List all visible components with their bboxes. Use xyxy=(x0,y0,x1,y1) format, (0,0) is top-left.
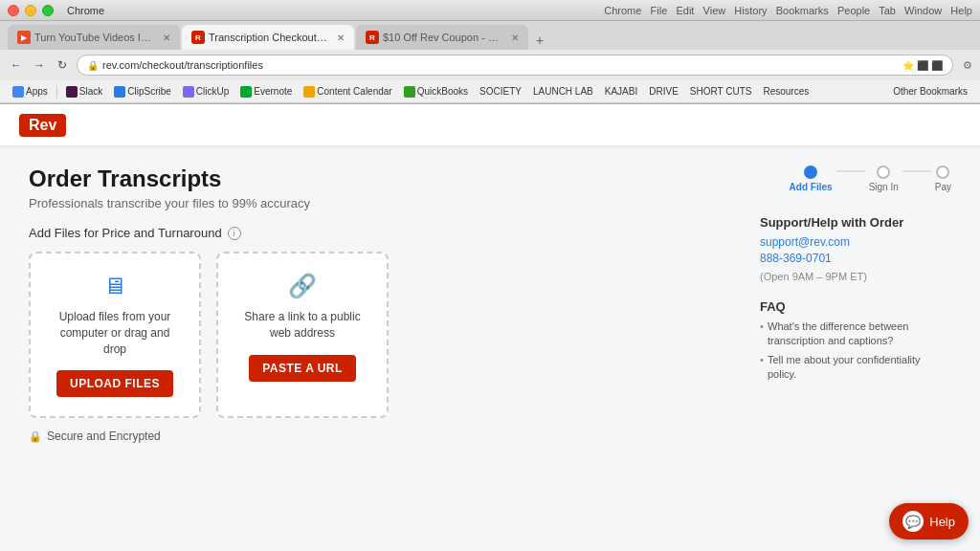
help-button-label: Help xyxy=(929,515,955,529)
os-title-bar: Chrome Chrome File Edit View History Boo… xyxy=(0,0,980,21)
bookmark-clickup[interactable]: ClickUp xyxy=(178,85,234,99)
support-hours: (Open 9AM – 9PM ET) xyxy=(760,271,867,282)
bookmark-content-calendar-label: Content Calendar xyxy=(317,86,391,97)
faq-section: FAQ What's the difference between transc… xyxy=(760,299,951,383)
help-button[interactable]: 💬 Help xyxy=(889,503,969,540)
info-icon[interactable]: i xyxy=(228,227,241,240)
os-minimize-btn[interactable] xyxy=(25,5,36,16)
bookmark-divider xyxy=(56,85,57,99)
new-tab-button[interactable]: + xyxy=(530,31,549,50)
main-content: Order Transcripts Professionals transcri… xyxy=(0,146,980,551)
bookmark-shortcuts-label: SHORT CUTS xyxy=(690,86,752,97)
content-calendar-icon xyxy=(303,86,315,98)
evernote-icon xyxy=(240,86,252,98)
site-header: Rev xyxy=(0,104,980,146)
bookmark-kajabi[interactable]: KAJABI xyxy=(600,85,642,98)
faq-item-2[interactable]: Tell me about your confidentiality polic… xyxy=(760,353,951,383)
tab-close-1[interactable]: ✕ xyxy=(163,33,170,43)
bookmark-resources[interactable]: Resources xyxy=(758,85,813,98)
tab-label-3: $10 Off Rev Coupon - Rev... xyxy=(383,32,503,43)
bookmark-apps-label: Apps xyxy=(26,86,48,97)
bookmark-clipscribe[interactable]: ClipScribe xyxy=(109,85,176,99)
section-label-text: Add Files for Price and Turnaround xyxy=(29,226,222,240)
bookmark-kajabi-label: KAJABI xyxy=(605,86,637,97)
bookmark-other[interactable]: Other Bookmarks xyxy=(888,85,972,98)
bookmark-content-calendar[interactable]: Content Calendar xyxy=(299,85,396,99)
tab-close-3[interactable]: ✕ xyxy=(511,33,519,43)
tab-label-1: Turn YouTube Videos Into Blog Fi... xyxy=(34,32,155,43)
back-button[interactable]: ← xyxy=(8,56,25,74)
tab-favicon-1: ▶ xyxy=(17,31,31,44)
tab-favicon-2: R xyxy=(191,31,205,44)
upload-from-computer-card: 🖥 Upload files from your computer or dra… xyxy=(29,252,201,418)
step-line-2 xyxy=(902,170,931,172)
address-text: rev.com/checkout/transcriptionfiles xyxy=(102,59,263,71)
bookmark-launch-lab[interactable]: LAUNCH LAB xyxy=(528,85,598,98)
steps-indicator: Add Files Sign In Pay xyxy=(760,165,951,192)
step-label-1: Add Files xyxy=(790,182,833,192)
address-bar-row: ← → ↻ 🔒 rev.com/checkout/transcriptionfi… xyxy=(0,50,980,80)
bookmark-evernote-label: Evernote xyxy=(254,86,292,97)
paste-url-button[interactable]: PASTE A URL xyxy=(249,355,356,382)
left-section: Order Transcripts Professionals transcri… xyxy=(29,165,722,533)
bookmark-quickbooks-label: QuickBooks xyxy=(417,86,468,97)
forward-button[interactable]: → xyxy=(31,56,48,74)
step-sign-in: Sign In xyxy=(869,165,899,192)
faq-item-1[interactable]: What's the difference between transcript… xyxy=(760,320,951,349)
step-circle-3 xyxy=(936,165,949,179)
bookmark-other-label: Other Bookmarks xyxy=(893,86,968,97)
bookmark-society[interactable]: SOCIETY xyxy=(475,85,526,98)
tab-favicon-3: R xyxy=(366,31,379,44)
upload-card-text: Upload files from your computer or drag … xyxy=(54,309,176,357)
address-bar[interactable]: 🔒 rev.com/checkout/transcriptionfiles ⭐ … xyxy=(77,55,953,76)
tab-bar: ▶ Turn YouTube Videos Into Blog Fi... ✕ … xyxy=(0,21,980,50)
tab-close-2[interactable]: ✕ xyxy=(337,33,345,43)
bookmark-shortcuts[interactable]: SHORT CUTS xyxy=(685,85,757,98)
browser-tab-3[interactable]: R $10 Off Rev Coupon - Rev... ✕ xyxy=(356,25,528,50)
clickup-icon xyxy=(183,86,194,98)
browser-tab-1[interactable]: ▶ Turn YouTube Videos Into Blog Fi... ✕ xyxy=(8,25,180,50)
url-card-text: Share a link to a public web address xyxy=(241,309,364,342)
page-subtitle: Professionals transcribe your files to 9… xyxy=(29,196,722,210)
rev-logo[interactable]: Rev xyxy=(19,114,66,137)
os-menu-bar: Chrome File Edit View History Bookmarks … xyxy=(604,5,972,16)
help-chat-icon: 💬 xyxy=(902,511,924,532)
upload-files-button[interactable]: UPLOAD FILES xyxy=(56,370,173,397)
support-email[interactable]: support@rev.com xyxy=(760,235,951,249)
refresh-button[interactable]: ↻ xyxy=(54,56,71,74)
tab-label-2: Transcription Checkout | Add Fi... xyxy=(209,32,329,43)
upload-cards: 🖥 Upload files from your computer or dra… xyxy=(29,252,722,418)
os-app-title: Chrome xyxy=(67,5,104,16)
lock-icon: 🔒 xyxy=(87,60,99,71)
os-maximize-btn[interactable] xyxy=(42,5,54,16)
bookmark-evernote[interactable]: Evernote xyxy=(235,85,297,99)
bookmark-apps[interactable]: Apps xyxy=(8,85,53,99)
support-phone[interactable]: 888-369-0701 xyxy=(760,252,951,265)
page-title: Order Transcripts xyxy=(29,165,722,192)
bookmark-drive[interactable]: DRIVE xyxy=(644,85,683,98)
bookmark-quickbooks[interactable]: QuickBooks xyxy=(399,85,473,99)
address-icons: ⭐ ⬛ ⬛ xyxy=(902,60,943,71)
step-line-1 xyxy=(836,170,865,172)
browser-tab-2[interactable]: R Transcription Checkout | Add Fi... ✕ xyxy=(182,25,354,50)
quickbooks-icon xyxy=(404,86,415,98)
os-close-btn[interactable] xyxy=(8,5,19,16)
step-label-3: Pay xyxy=(935,182,951,192)
bookmark-society-label: SOCIETY xyxy=(479,86,522,97)
slack-icon xyxy=(66,86,78,98)
browser-chrome: ▶ Turn YouTube Videos Into Blog Fi... ✕ … xyxy=(0,21,980,104)
bookmark-launch-lab-label: LAUNCH LAB xyxy=(533,86,593,97)
support-box: Support/Help with Order support@rev.com … xyxy=(760,215,951,284)
apps-icon xyxy=(12,86,24,98)
secure-label-text: Secure and Encrypted xyxy=(47,430,161,443)
secure-label: 🔒 Secure and Encrypted xyxy=(29,430,722,443)
paste-url-card: 🔗 Share a link to a public web address P… xyxy=(216,252,389,418)
faq-title: FAQ xyxy=(760,299,951,314)
step-pay: Pay xyxy=(935,165,951,192)
bookmark-slack[interactable]: Slack xyxy=(61,85,107,99)
bookmarks-bar: Apps Slack ClipScribe ClickUp Evernote C… xyxy=(0,80,980,103)
support-title: Support/Help with Order xyxy=(760,215,951,230)
browser-action-icons: ⚙ xyxy=(963,59,972,72)
bookmark-resources-label: Resources xyxy=(763,86,809,97)
computer-icon: 🖥 xyxy=(103,273,126,299)
